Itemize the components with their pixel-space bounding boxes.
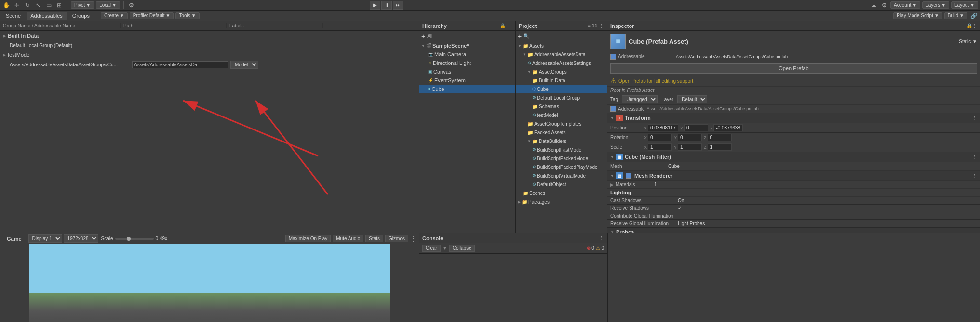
inspector-lock-icon[interactable]: 🔒 xyxy=(967,23,972,28)
game-menu-icon[interactable]: ⋮ xyxy=(410,235,416,242)
test-model-path-input[interactable] xyxy=(132,61,228,68)
pos-y-val[interactable]: 0 xyxy=(684,124,708,131)
transform-tool-icon[interactable]: ⊞ xyxy=(55,1,64,10)
local-btn[interactable]: Local ▼ xyxy=(96,1,120,9)
data-builders-folder[interactable]: ▼ 📁 DataBuilders xyxy=(516,137,607,145)
asset-groups-folder[interactable]: ▼ 📁 AssetGroups xyxy=(516,67,607,76)
cube-prefab-item[interactable]: ⬡ Cube xyxy=(516,85,607,93)
mesh-renderer-menu[interactable]: ⋮ xyxy=(972,173,977,179)
mute-btn[interactable]: Mute Audio xyxy=(333,235,363,242)
pos-z-val[interactable]: -0.0379638 xyxy=(713,124,743,131)
project-search-icon[interactable]: 🔍 xyxy=(524,33,529,39)
group-test-model[interactable]: ▶ testModel xyxy=(0,50,419,60)
rect-tool-icon[interactable]: ▭ xyxy=(44,1,53,10)
open-prefab-btn[interactable]: Open Prefab xyxy=(610,63,977,74)
rot-y-val[interactable]: 0 xyxy=(678,134,702,141)
test-model-item[interactable]: ⚙ testModel xyxy=(516,111,607,119)
project-menu-icon[interactable]: ⋮ xyxy=(599,23,604,28)
group-built-in-data[interactable]: ▶ Built In Data xyxy=(0,31,419,40)
scale-z-val[interactable]: 1 xyxy=(708,143,732,151)
built-in-data-folder[interactable]: 📁 Built In Data xyxy=(516,76,607,85)
addressable-checkbox2[interactable] xyxy=(610,106,616,112)
move-tool-icon[interactable]: ✛ xyxy=(13,1,21,10)
build-btn[interactable]: Build ▼ xyxy=(944,12,967,19)
probes-section[interactable]: ▼ Probes xyxy=(607,228,980,233)
scale-track[interactable] xyxy=(115,238,154,240)
project-add-btn[interactable]: + xyxy=(518,32,522,40)
schemas-folder[interactable]: 📁 Schemas xyxy=(516,102,607,111)
chain-icon[interactable]: 🔗 xyxy=(969,12,978,20)
materials-expand[interactable]: ▶ xyxy=(610,182,614,187)
default-local-group-item[interactable]: ⚙ Default Local Group xyxy=(516,93,607,102)
transform-menu[interactable]: ⋮ xyxy=(972,116,977,121)
gizmos-btn[interactable]: Gizmos xyxy=(385,235,408,242)
packed-assets-folder[interactable]: 📁 Packed Assets xyxy=(516,128,607,137)
transform-section[interactable]: ▼ T Transform ⋮ xyxy=(607,113,980,123)
packages-folder[interactable]: ▶ 📁 Packages xyxy=(516,197,607,206)
rot-z-val[interactable]: 0 xyxy=(708,134,732,141)
clear-dropdown[interactable]: ▼ xyxy=(443,245,447,251)
scene-tab[interactable]: Scene xyxy=(2,12,25,20)
menu-icon[interactable]: ⋮ xyxy=(508,23,512,28)
console-menu-icon[interactable]: ⋮ xyxy=(599,235,604,241)
clear-btn[interactable]: Clear xyxy=(422,245,441,252)
event-system-item[interactable]: ⚡ EventSystem xyxy=(419,76,515,85)
layers-btn[interactable]: Layers ▼ xyxy=(922,1,949,9)
add-hierarchy-btn[interactable]: + xyxy=(421,32,425,40)
main-camera-item[interactable]: 📷 Main Camera xyxy=(419,50,515,59)
addressable-assets-settings-file[interactable]: ⚙ AddressableAssetsSettings xyxy=(516,59,607,67)
mr-checkbox[interactable] xyxy=(626,173,631,179)
canvas-item[interactable]: ▣ Canvas xyxy=(419,67,515,76)
pause-button[interactable]: ⏸ xyxy=(381,1,392,10)
directional-light-item[interactable]: ☀ Directional Light xyxy=(419,59,515,67)
scale-y-val[interactable]: 1 xyxy=(678,143,702,151)
collab-icon[interactable]: ☁ xyxy=(869,1,878,10)
scale-thumb[interactable] xyxy=(127,237,131,241)
scale-tool-icon[interactable]: ⤡ xyxy=(34,1,42,10)
addressable-assets-data-folder[interactable]: ▼ 📁 AddressableAssetsData xyxy=(516,50,607,59)
profile-btn[interactable]: Profile: Default ▼ xyxy=(130,12,174,19)
account-btn[interactable]: Account ▼ xyxy=(890,1,920,9)
rotate-tool-icon[interactable]: ↻ xyxy=(23,1,32,10)
model-dropdown[interactable]: Model xyxy=(230,61,258,69)
game-tab-label[interactable]: Game xyxy=(3,235,26,243)
tag-select[interactable]: Untagged xyxy=(622,95,658,103)
pos-x-val[interactable]: 0.03808117 xyxy=(648,124,678,131)
play-mode-btn[interactable]: Play Mode Script ▼ xyxy=(893,12,942,19)
scale-x-val[interactable]: 1 xyxy=(648,143,672,151)
lock-icon[interactable]: 🔒 xyxy=(500,23,506,28)
step-button[interactable]: ⏭ xyxy=(393,1,403,10)
build-packed-play-item[interactable]: ⚙ BuildScriptPackedPlayMode xyxy=(516,163,607,171)
collapse-btn[interactable]: Collapse xyxy=(449,245,475,252)
build-fast-item[interactable]: ⚙ BuildScriptFastMode xyxy=(516,145,607,154)
build-packed-item[interactable]: ⚙ BuildScriptPackedMode xyxy=(516,154,607,163)
display-select[interactable]: Display 1 xyxy=(28,234,62,243)
scenes-folder[interactable]: 📁 Scenes xyxy=(516,189,607,197)
groups-tab[interactable]: Groups xyxy=(68,12,94,20)
static-dropdown-icon[interactable]: ▼ xyxy=(972,39,977,44)
maximize-btn[interactable]: Maximize On Play xyxy=(285,235,331,242)
create-btn[interactable]: Create ▼ xyxy=(101,12,128,19)
cube-hierarchy-item[interactable]: ■ Cube xyxy=(419,85,515,93)
hand-tool-icon[interactable]: ✋ xyxy=(2,1,11,10)
mesh-filter-menu[interactable]: ⋮ xyxy=(972,155,977,160)
layer-select[interactable]: Default xyxy=(677,95,707,103)
resolution-select[interactable]: 1972x828 xyxy=(64,234,98,243)
assets-folder[interactable]: ▼ 📁 Assets xyxy=(516,41,607,50)
subgroup-default-local[interactable]: Default Local Group (Default) xyxy=(0,40,419,50)
test-model-item[interactable]: Assets/AddressableAssetsData/AssetGroups… xyxy=(0,60,419,70)
pivot-btn[interactable]: Pivot ▼ xyxy=(71,1,94,9)
default-obj-item[interactable]: ⚙ DefaultObject xyxy=(516,180,607,189)
layout-btn[interactable]: Layout ▼ xyxy=(951,1,978,9)
build-virtual-item[interactable]: ⚙ BuildScriptVirtualMode xyxy=(516,171,607,180)
addressables-tab[interactable]: Addressables xyxy=(27,12,67,20)
rot-x-val[interactable]: 0 xyxy=(648,134,672,141)
settings-icon[interactable]: ⚙ xyxy=(880,1,888,10)
addressable-checkbox[interactable] xyxy=(610,54,616,60)
stats-btn[interactable]: Stats xyxy=(365,235,383,242)
asset-group-templates-folder[interactable]: 📁 AssetGroupTemplates xyxy=(516,119,607,128)
play-button[interactable]: ▶ xyxy=(370,1,380,10)
extra-icon-1[interactable]: ⚙ xyxy=(127,1,136,10)
tools-btn[interactable]: Tools ▼ xyxy=(175,12,199,19)
scene-root-item[interactable]: ▼ 🎬 SampleScene* xyxy=(419,41,515,50)
